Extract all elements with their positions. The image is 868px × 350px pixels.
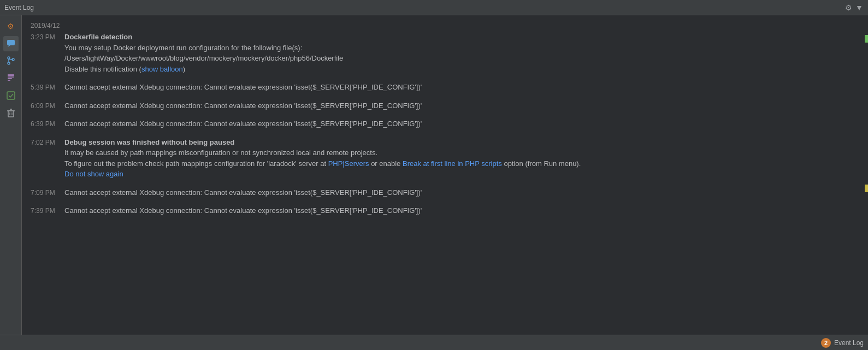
log-entry-5: 7:02 PM Debug session was finished witho… — [31, 137, 859, 180]
log-text-3: Cannot accept external Xdebug connection… — [64, 100, 859, 111]
log-text-7: Cannot accept external Xdebug connection… — [64, 205, 859, 216]
event-log-badge[interactable]: 2 Event Log — [821, 338, 864, 348]
do-not-show-link[interactable]: Do not show again — [64, 170, 123, 178]
log-time-1: 3:23 PM — [31, 32, 62, 74]
log-body-6: Cannot accept external Xdebug connection… — [62, 187, 859, 198]
log-body-1: Dockerfile detection You may setup Docke… — [62, 32, 859, 74]
svg-rect-8 — [8, 78, 12, 79]
log-body-3: Cannot accept external Xdebug connection… — [62, 100, 859, 111]
scroll-indicator-green — [865, 35, 868, 43]
settings-icon[interactable]: ⚙ — [844, 3, 853, 12]
log-body-5: Debug session was finished without being… — [62, 137, 859, 180]
sidebar: ⚙ — [0, 15, 22, 335]
log-title-1: Dockerfile detection — [64, 32, 859, 43]
badge-count: 2 — [821, 338, 831, 348]
main-layout: ⚙ — [0, 15, 868, 335]
log-title-bold-5: Debug session was finished without being… — [64, 138, 234, 146]
log-title-bold-1: Dockerfile detection — [64, 33, 132, 41]
log-entry-2: 5:39 PM Cannot accept external Xdebug co… — [31, 82, 859, 93]
log-line-5-1: It may be caused by path mappings miscon… — [64, 147, 859, 158]
log-time-7: 7:39 PM — [31, 205, 62, 216]
title-bar: Event Log ⚙ ▼ — [0, 0, 868, 15]
svg-rect-7 — [8, 76, 14, 78]
minimize-icon[interactable]: ▼ — [855, 3, 864, 12]
check-icon — [7, 91, 15, 102]
svg-point-3 — [8, 62, 10, 64]
log-time-3: 6:09 PM — [31, 100, 62, 111]
log-line-5-2: To figure out the problem check path map… — [64, 158, 859, 169]
log-entry-3: 6:09 PM Cannot accept external Xdebug co… — [31, 100, 859, 111]
log-time-6: 7:09 PM — [31, 187, 62, 198]
svg-rect-9 — [8, 80, 10, 81]
log-line-1-3: Disable this notification (show balloon) — [64, 64, 859, 75]
gear-icon: ⚙ — [7, 22, 14, 31]
log-entry-7: 7:39 PM Cannot accept external Xdebug co… — [31, 205, 859, 216]
log-line-5-3: Do not show again — [64, 169, 859, 180]
log-date-header: 2019/4/12 — [31, 22, 859, 29]
sidebar-item-trash[interactable] — [3, 106, 19, 121]
title-bar-right: ⚙ ▼ — [844, 3, 864, 12]
log-time-4: 6:39 PM — [31, 118, 62, 129]
log-body-4: Cannot accept external Xdebug connection… — [62, 118, 859, 129]
branch-icon — [7, 56, 15, 67]
log-entry-4: 6:39 PM Cannot accept external Xdebug co… — [31, 118, 859, 129]
log-body-2: Cannot accept external Xdebug connection… — [62, 82, 859, 93]
log-line-1-2: /Users/lightWay/Docker/wwwroot/blog/vend… — [64, 53, 859, 64]
title-bar-left: Event Log — [4, 4, 34, 11]
log-time-5: 7:02 PM — [31, 137, 62, 180]
trash-icon — [7, 109, 15, 119]
svg-rect-0 — [7, 40, 15, 45]
log-time-2: 5:39 PM — [31, 82, 62, 93]
svg-marker-1 — [8, 45, 10, 47]
log-text-2: Cannot accept external Xdebug connection… — [64, 82, 859, 93]
svg-rect-11 — [8, 111, 14, 117]
log-content[interactable]: 2019/4/12 3:23 PM Dockerfile detection Y… — [22, 15, 868, 335]
sidebar-item-bookmark[interactable] — [3, 71, 19, 86]
php-servers-link[interactable]: PHP|Servers — [328, 159, 369, 168]
log-body-7: Cannot accept external Xdebug connection… — [62, 205, 859, 216]
sidebar-item-chat[interactable] — [3, 36, 19, 51]
log-text-6: Cannot accept external Xdebug connection… — [64, 187, 859, 198]
log-line-1-1: You may setup Docker deployment run conf… — [64, 43, 859, 54]
bottom-bar: 2 Event Log — [0, 335, 868, 350]
event-log-label: Event Log — [834, 339, 864, 347]
log-entry-6: 7:09 PM Cannot accept external Xdebug co… — [31, 187, 859, 198]
sidebar-item-branch[interactable] — [3, 54, 19, 69]
scroll-indicator-yellow — [865, 185, 868, 192]
chat-icon — [7, 39, 15, 49]
sidebar-item-check[interactable] — [3, 88, 19, 104]
break-first-line-link[interactable]: Break at first line in PHP scripts — [403, 159, 502, 168]
title-bar-title: Event Log — [4, 4, 34, 11]
svg-rect-6 — [8, 74, 14, 76]
log-entry-1: 3:23 PM Dockerfile detection You may set… — [31, 32, 859, 74]
show-balloon-link[interactable]: show balloon — [141, 65, 183, 73]
bookmark-icon — [7, 74, 15, 84]
log-text-4: Cannot accept external Xdebug connection… — [64, 118, 859, 129]
svg-rect-10 — [7, 92, 15, 99]
log-title-5: Debug session was finished without being… — [64, 137, 859, 148]
svg-point-2 — [8, 57, 10, 59]
sidebar-item-gear[interactable]: ⚙ — [3, 19, 19, 34]
